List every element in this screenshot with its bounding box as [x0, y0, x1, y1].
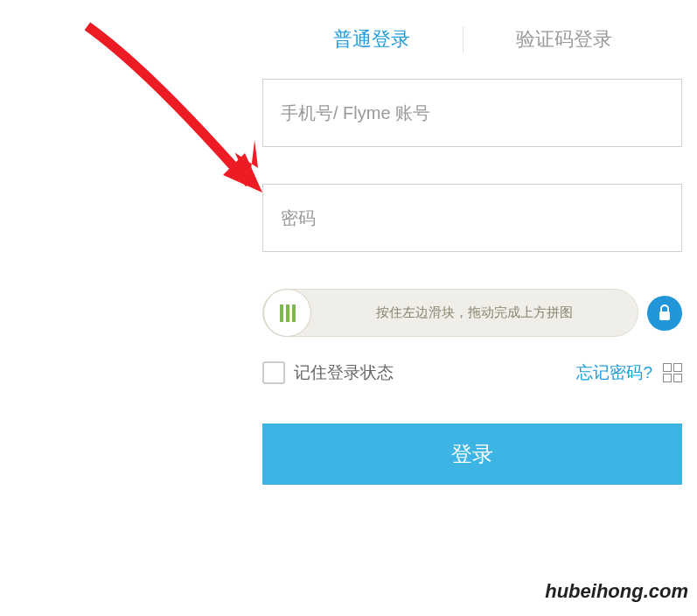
- password-input[interactable]: [262, 184, 682, 252]
- lock-icon: [647, 296, 682, 331]
- tab-password-login[interactable]: 普通登录: [316, 26, 428, 52]
- svg-marker-1: [228, 136, 265, 185]
- remember-wrap: 记住登录状态: [262, 361, 394, 384]
- captcha-slider-track: 按住左边滑块，拖动完成上方拼图: [262, 289, 638, 337]
- svg-marker-2: [223, 153, 262, 192]
- login-button[interactable]: 登录: [262, 424, 682, 485]
- remember-label: 记住登录状态: [294, 361, 394, 384]
- username-input[interactable]: [262, 79, 682, 147]
- watermark: hubeihong.com: [545, 580, 688, 603]
- svg-rect-3: [659, 312, 670, 320]
- annotation-arrow: [79, 18, 280, 210]
- tab-code-login[interactable]: 验证码登录: [498, 26, 630, 52]
- forgot-password-link[interactable]: 忘记密码?: [576, 361, 652, 384]
- tab-divider: [463, 26, 464, 52]
- login-form: 普通登录 验证码登录 按住左边滑块，拖动完成上方拼图 记住登录状态 忘记: [262, 0, 682, 485]
- login-tabs: 普通登录 验证码登录: [262, 0, 682, 79]
- captcha-slider-text: 按住左边滑块，拖动完成上方拼图: [311, 304, 638, 321]
- captcha-slider-row: 按住左边滑块，拖动完成上方拼图: [262, 289, 682, 337]
- right-options: 忘记密码?: [576, 361, 682, 384]
- remember-checkbox[interactable]: [262, 361, 285, 384]
- qr-code-icon[interactable]: [663, 363, 682, 382]
- options-row: 记住登录状态 忘记密码?: [262, 361, 682, 384]
- captcha-slider-handle[interactable]: [263, 289, 311, 337]
